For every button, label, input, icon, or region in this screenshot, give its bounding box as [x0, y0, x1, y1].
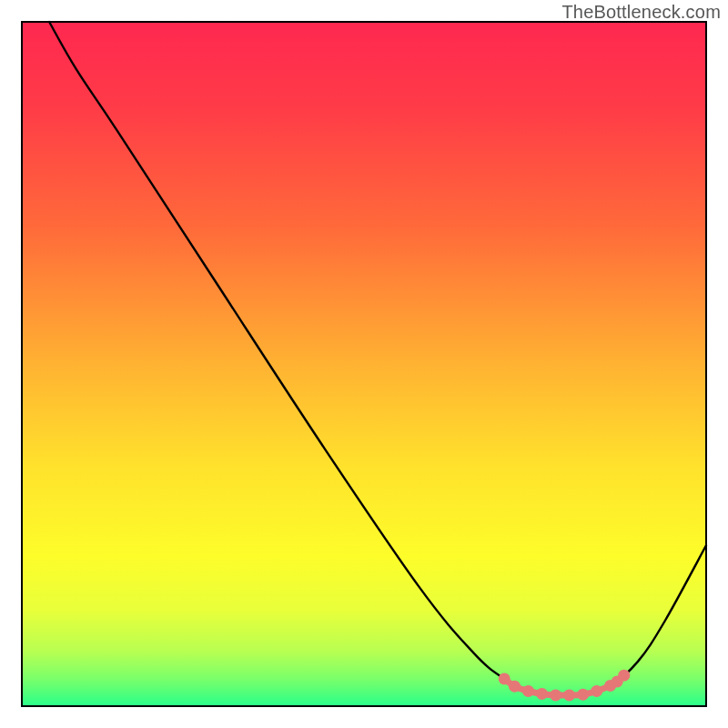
- bottleneck-chart: [0, 0, 728, 728]
- sweet-spot-dot: [522, 685, 534, 697]
- sweet-spot-dot: [550, 689, 561, 701]
- chart-container: { "attribution": "TheBottleneck.com", "c…: [0, 0, 728, 728]
- sweet-spot-dot: [577, 689, 589, 701]
- sweet-spot-dot: [499, 672, 511, 684]
- sweet-spot-dot: [536, 688, 548, 700]
- sweet-spot-dot: [509, 681, 521, 693]
- sweet-spot-dot: [618, 670, 630, 682]
- sweet-spot-dot: [591, 685, 602, 697]
- sweet-spot-dot: [563, 689, 575, 701]
- plot-background: [22, 22, 706, 706]
- attribution-text: TheBottleneck.com: [561, 2, 721, 23]
